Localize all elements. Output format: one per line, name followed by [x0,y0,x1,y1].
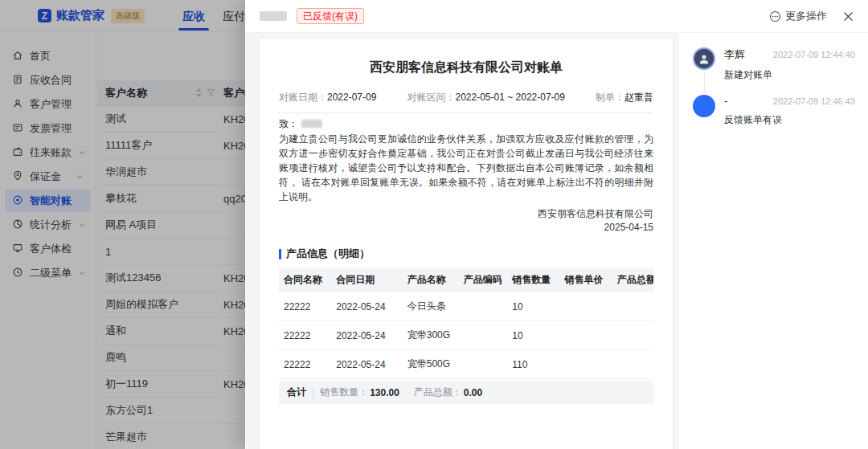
statement-maker: 制单：赵重普 [596,91,653,104]
user-avatar [693,47,715,70]
product-section-title: 产品信息（明细） [279,247,653,261]
product-cell: 宽带500G [403,350,459,379]
product-cell [459,350,508,379]
product-row: 222222022-05-24宽带500G110 [279,350,653,379]
product-cell: 宽带300G [403,321,459,350]
product-row: 222222022-05-24宽带300G10 [279,321,653,350]
drawer-body: 西安朋客信息科技有限公司对账单 对账日期：2022-07-09 对账区间：202… [245,33,868,449]
product-cell [459,321,508,350]
product-col-header: 产品名称 [403,267,459,292]
product-cell [459,292,508,321]
statement-title: 西安朋客信息科技有限公司对账单 [279,59,653,76]
timeline-connector [704,72,705,92]
timeline-timestamp: 2022-07-09 12:46:43 [773,96,855,106]
product-cell [559,321,612,350]
more-actions-icon [769,10,781,22]
product-col-header: 销售单价 [559,267,612,292]
user-avatar [693,95,715,117]
total-amount-label: 产品总额： [414,386,462,399]
drawer-header: 已反馈(有误) 更多操作 [245,0,868,33]
product-cell [612,350,653,379]
product-cell: 22222 [279,350,331,379]
product-col-header: 合同名称 [279,267,331,292]
product-cell: 今日头条 [403,292,459,321]
more-actions-button[interactable]: 更多操作 [769,9,827,23]
product-cell: 10 [507,321,559,350]
product-col-header: 销售数量 [507,267,559,292]
product-cell [559,350,612,379]
reconciliation-drawer: 已反馈(有误) 更多操作 西安朋客信息科技有限公司对账单 对账日期： [245,0,868,449]
statement-document: 西安朋客信息科技有限公司对账单 对账日期：2022-07-09 对账区间：202… [259,38,674,449]
status-badge: 已反馈(有误) [297,8,364,24]
statement-signature: 西安朋客信息科技有限公司 2025-04-15 [279,207,653,235]
product-cell: 2022-05-24 [331,321,403,350]
statement-range: 对账区间：2022-05-01 ~ 2022-07-09 [407,91,564,104]
timeline-item: 李辉2022-07-09 12:44:40新建对账单 [692,47,855,95]
product-cell: 10 [507,292,559,321]
timeline-timestamp: 2022-07-09 12:44:40 [773,50,855,59]
statement-body-text: 为建立贵公司与我公司更加诚信的业务伙伴关系，加强双方应收及应付账款的管理，为双方… [279,132,653,204]
statement-meta: 对账日期：2022-07-09 对账区间：2022-05-01 ~ 2022-0… [279,91,653,104]
statement-date: 对账日期：2022-07-09 [279,91,376,104]
product-cell: 22222 [279,321,331,350]
divider [279,112,653,113]
product-cell [612,292,653,321]
app-root: Z 账款管家 高级版 应收应付核算库存 首页应收合同客户管理发票管理往来账款保证… [0,0,868,449]
product-cell: 22222 [279,292,331,321]
statement-recipient: 致： [279,118,653,129]
product-cell: 2022-05-24 [331,292,403,321]
more-actions-label: 更多操作 [785,9,827,23]
total-amount-value: 0.00 [464,387,482,398]
signature-company: 西安朋客信息科技有限公司 [279,207,653,221]
divider: | [312,387,314,398]
redacted-title-block [260,11,287,21]
timeline-action: 反馈账单有误 [724,113,855,127]
product-table: 合同名称合同日期产品名称产品编码销售数量销售单价产品总额 222222022-0… [279,267,653,379]
product-cell [612,321,653,350]
close-icon[interactable] [843,11,854,22]
product-row: 222222022-05-24今日头条10 [279,292,653,321]
total-label: 合计 [287,386,306,399]
product-cell [559,292,612,321]
product-total-row: 合计 | 销售数量： 130.00 产品总额： 0.00 [279,381,653,404]
timeline-item: -2022-07-09 12:46:43反馈账单有误 [692,95,855,140]
product-col-header: 产品编码 [459,267,508,292]
timeline-action: 新建对账单 [724,68,855,82]
product-cell: 110 [507,350,559,379]
total-qty-value: 130.00 [370,387,399,398]
product-col-header: 产品总额 [612,267,653,292]
timeline-user-name: - [724,95,727,107]
timeline-user-name: 李辉 [724,47,745,62]
redacted-recipient-block [301,120,322,128]
product-cell: 2022-05-24 [331,350,403,379]
total-qty-label: 销售数量： [320,386,368,399]
activity-timeline-panel: 李辉2022-07-09 12:44:40新建对账单-2022-07-09 12… [679,33,868,449]
product-col-header: 合同日期 [331,267,403,292]
signature-date: 2025-04-15 [279,221,653,235]
